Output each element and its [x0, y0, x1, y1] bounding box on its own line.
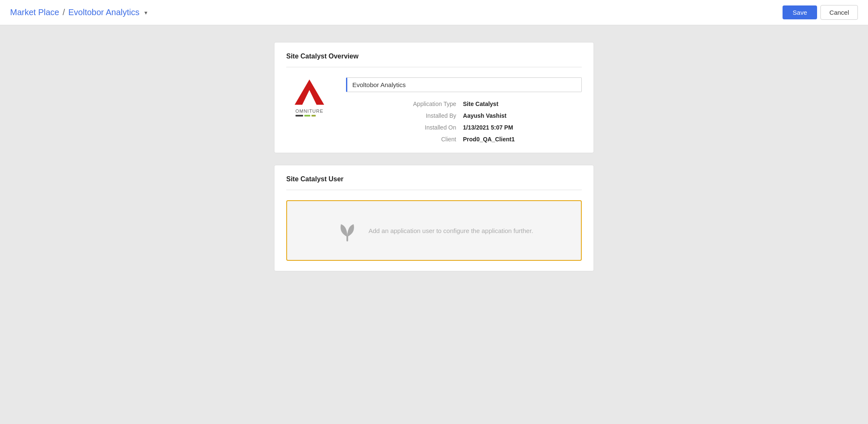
main-content: Site Catalyst Overview OMNITURE	[0, 25, 868, 288]
svg-rect-3	[346, 236, 348, 241]
breadcrumb: Market Place / Evoltobor Analytics ▾	[10, 8, 783, 17]
user-card: Site Catalyst User Add an application us	[274, 165, 594, 271]
value-application-type: Site Catalyst	[463, 101, 582, 107]
empty-state: Add an application user to configure the…	[286, 200, 582, 261]
app-header: Market Place / Evoltobor Analytics ▾ Sav…	[0, 0, 868, 25]
omniture-bars	[296, 115, 324, 117]
cancel-button[interactable]: Cancel	[820, 5, 858, 20]
sprout-icon	[335, 218, 360, 243]
header-actions: Save Cancel	[783, 5, 858, 20]
overview-body: OMNITURE Application Type Site Catalyst	[286, 77, 582, 143]
label-application-type: Application Type	[346, 101, 456, 107]
bar-2	[304, 115, 310, 117]
breadcrumb-market-place[interactable]: Market Place	[10, 8, 59, 17]
label-client: Client	[346, 136, 456, 143]
value-client: Prod0_QA_Client1	[463, 136, 582, 143]
adobe-logo-icon	[290, 77, 328, 107]
breadcrumb-current-page[interactable]: Evoltobor Analytics	[68, 8, 139, 17]
app-name-input[interactable]	[346, 77, 582, 92]
breadcrumb-separator: /	[63, 8, 65, 17]
logo-container: OMNITURE	[286, 77, 333, 117]
overview-details: Application Type Site Catalyst Installed…	[346, 77, 582, 143]
omniture-label: OMNITURE	[296, 107, 324, 117]
label-installed-on: Installed On	[346, 124, 456, 131]
bar-3	[312, 115, 316, 117]
empty-state-message: Add an application user to configure the…	[368, 227, 533, 234]
overview-card-title: Site Catalyst Overview	[286, 53, 582, 67]
overview-card: Site Catalyst Overview OMNITURE	[274, 42, 594, 153]
save-button[interactable]: Save	[783, 5, 817, 19]
value-installed-by: Aayush Vashist	[463, 112, 582, 119]
bar-1	[296, 115, 303, 117]
user-card-title: Site Catalyst User	[286, 175, 582, 190]
value-installed-on: 1/13/2021 5:07 PM	[463, 124, 582, 131]
detail-table: Application Type Site Catalyst Installed…	[346, 101, 582, 143]
breadcrumb-dropdown-icon[interactable]: ▾	[144, 9, 147, 16]
label-installed-by: Installed By	[346, 112, 456, 119]
